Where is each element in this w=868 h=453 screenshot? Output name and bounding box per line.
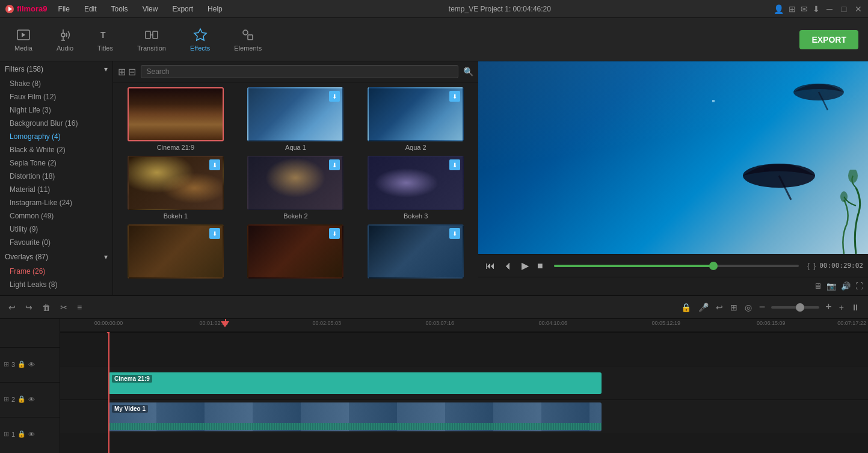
export-button[interactable]: EXPORT	[799, 30, 858, 49]
screen-record-button[interactable]: ⊞	[729, 301, 739, 313]
monitor-icon[interactable]: 🖥	[814, 282, 822, 291]
close-button[interactable]: ✕	[854, 4, 863, 14]
timeline-toolbar: ↩ ↪ 🗑 ✂ ≡ 🔒 🎤 ↩ ⊞ ◎ − + + ⏸	[0, 296, 868, 319]
track1-lock-icon[interactable]: 🔒	[17, 430, 26, 438]
sidebar-item-night-life[interactable]: Night Life (3)	[0, 103, 112, 117]
rewind-button[interactable]: ⏮	[483, 259, 497, 273]
ruler-mark-7: 00:07:17:22	[837, 320, 866, 326]
filters-group-header[interactable]: Filters (158) ▾	[0, 61, 112, 77]
mail-icon[interactable]: ✉	[801, 4, 808, 14]
tool-audio[interactable]: Audio	[52, 25, 78, 54]
track2-lock-icon[interactable]: 🔒	[17, 395, 26, 403]
effect-aqua2[interactable]: ⬇ Aqua 2	[358, 87, 473, 151]
track3-lock-icon[interactable]: 🔒	[17, 360, 26, 368]
bracket-out-icon[interactable]: }	[813, 262, 816, 270]
snapshot-button[interactable]: 📷	[826, 282, 836, 291]
fullscreen-button[interactable]: ⛶	[855, 282, 863, 291]
track-label-3: ⊞ 3 🔒 👁	[0, 347, 60, 381]
tool-transition[interactable]: Transition	[132, 25, 171, 54]
effect-row3c[interactable]: ⬇	[358, 224, 473, 281]
ruler-mark-0: 00:00:00:00	[94, 320, 123, 326]
menu-export[interactable]: Export	[168, 5, 197, 13]
search-input[interactable]	[141, 65, 458, 78]
menu-tools[interactable]: Tools	[108, 5, 132, 13]
sidebar-item-light-leaks[interactable]: Light Leaks (8)	[0, 278, 112, 291]
menu-edit[interactable]: Edit	[81, 5, 100, 13]
camera-button[interactable]: ◎	[743, 301, 753, 313]
cinema-clip[interactable]: Cinema 21:9	[108, 372, 602, 394]
effect-bokeh1[interactable]: ⬇ Bokeh 1	[118, 156, 233, 220]
sidebar-item-faux-film[interactable]: Faux Film (12)	[0, 90, 112, 103]
volume-button[interactable]: 🔊	[841, 282, 851, 291]
track1-eye-icon[interactable]: 👁	[28, 431, 35, 438]
mic-button[interactable]: 🎤	[697, 301, 710, 313]
audio-track-button[interactable]: ↩	[715, 301, 724, 313]
view-grid-icon[interactable]: ⊞ ⊟	[118, 66, 136, 78]
effect-aqua1[interactable]: ⬇ Aqua 1	[238, 87, 354, 151]
sidebar-item-utility[interactable]: Utility (9)	[0, 223, 112, 236]
effects-grid: Cinema 21:9 ⬇ Aqua 1 ⬇ Aqua 2 ⬇	[113, 82, 478, 295]
search-icon[interactable]: 🔍	[463, 67, 473, 76]
effect-cinema21[interactable]: Cinema 21:9	[118, 87, 233, 151]
tool-media[interactable]: Media	[10, 25, 37, 54]
zoom-out-button[interactable]: −	[758, 300, 767, 315]
sidebar-item-material[interactable]: Material (11)	[0, 183, 112, 196]
sidebar-item-lomography[interactable]: Lomography (4)	[0, 130, 112, 143]
menu-file[interactable]: File	[55, 5, 73, 13]
track-row-3	[60, 332, 868, 366]
stop-button[interactable]: ■	[535, 259, 546, 273]
audio-mix-button[interactable]: ≡	[76, 301, 83, 313]
preview-progress-bar[interactable]	[554, 265, 799, 267]
track1-number: 1	[11, 431, 15, 438]
preview-progress-fill	[554, 265, 713, 267]
sidebar-item-shake[interactable]: Shake (8)	[0, 77, 112, 90]
ruler-mark-2: 00:02:05:03	[312, 320, 341, 326]
zoom-in-button[interactable]: +	[824, 300, 833, 315]
track3-eye-icon[interactable]: 👁	[28, 361, 35, 368]
menu-view[interactable]: View	[139, 5, 162, 13]
effect-bokeh1-label: Bokeh 1	[164, 212, 188, 220]
sidebar-item-bg-blur[interactable]: Background Blur (16)	[0, 117, 112, 130]
zoom-knob[interactable]	[796, 303, 804, 312]
play-button[interactable]: ▶	[519, 259, 531, 273]
preview-progress-knob[interactable]	[709, 262, 718, 270]
undo-button[interactable]: ↩	[7, 301, 17, 313]
effect-bokeh2[interactable]: ⬇ Bokeh 2	[238, 156, 354, 220]
download-icon[interactable]: ⬇	[813, 4, 820, 14]
svg-point-16	[848, 170, 858, 183]
playhead-indicator	[104, 332, 112, 334]
svg-marker-10	[194, 29, 206, 40]
add-media-button[interactable]: +	[838, 301, 845, 313]
sidebar-item-common[interactable]: Common (49)	[0, 209, 112, 223]
track2-eye-icon[interactable]: 👁	[28, 396, 35, 403]
user-icon[interactable]: 👤	[774, 4, 784, 14]
effect-row3a[interactable]: ⬇	[118, 224, 233, 281]
zoom-slider[interactable]	[771, 306, 819, 309]
grid-icon2[interactable]: ⊞	[789, 4, 796, 14]
sidebar-item-sepia-tone[interactable]: Sepia Tone (2)	[0, 156, 112, 170]
settings-button[interactable]: ⏸	[850, 301, 861, 313]
sidebar-item-favourite[interactable]: Favourite (0)	[0, 236, 112, 249]
delete-button[interactable]: 🗑	[41, 301, 52, 313]
minimize-button[interactable]: ─	[825, 4, 834, 14]
effect-row3b[interactable]: ⬇	[238, 224, 354, 281]
sidebar-item-distortion[interactable]: Distortion (18)	[0, 170, 112, 183]
maximize-button[interactable]: □	[839, 4, 849, 14]
sidebar-item-bokeh-blurs[interactable]: Bokeh Blurs (10)	[0, 291, 112, 295]
redo-button[interactable]: ↪	[24, 301, 34, 313]
sidebar-item-black-white[interactable]: Black & White (2)	[0, 143, 112, 156]
video-clip[interactable]: My Video 1	[108, 402, 602, 431]
tool-titles[interactable]: T Titles	[93, 25, 118, 54]
playhead[interactable]	[108, 332, 109, 453]
bracket-in-icon[interactable]: {	[807, 262, 810, 270]
sidebar-item-instagram[interactable]: Instagram-Like (24)	[0, 196, 112, 209]
effect-bokeh3[interactable]: ⬇ Bokeh 3	[358, 156, 473, 220]
sidebar-item-frame[interactable]: Frame (26)	[0, 265, 112, 278]
overlays-group-header[interactable]: Overlays (87) ▾	[0, 249, 112, 265]
cut-button[interactable]: ✂	[59, 301, 69, 313]
tool-elements[interactable]: Elements	[229, 25, 266, 54]
step-back-button[interactable]: ⏴	[501, 259, 516, 273]
tool-effects[interactable]: Effects	[185, 25, 215, 54]
lock-button[interactable]: 🔒	[680, 301, 692, 313]
menu-help[interactable]: Help	[204, 5, 226, 13]
